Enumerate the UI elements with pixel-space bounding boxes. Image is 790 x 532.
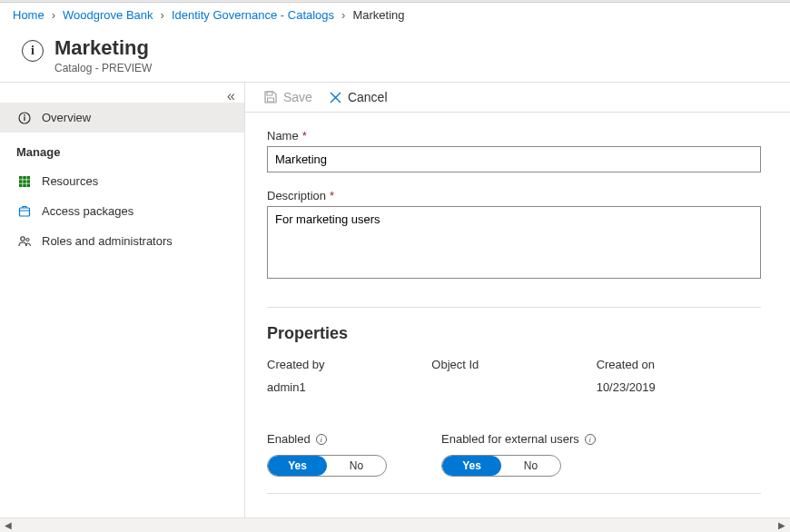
enabled-no-option[interactable]: No	[327, 456, 386, 476]
sidebar-item-label: Resources	[42, 174, 98, 188]
svg-point-2	[24, 113, 25, 115]
description-input[interactable]: For marketing users	[267, 206, 761, 279]
sidebar-item-resources[interactable]: Resources	[0, 166, 244, 196]
svg-rect-11	[27, 183, 31, 187]
toolbar: Save Cancel	[245, 83, 790, 113]
svg-rect-12	[20, 208, 30, 216]
svg-rect-5	[27, 176, 31, 180]
sidebar-item-label: Access packages	[42, 204, 133, 218]
people-icon	[16, 235, 33, 248]
breadcrumb-org[interactable]: Woodgrove Bank	[63, 8, 153, 22]
created-on-value: 10/23/2019	[597, 380, 761, 394]
svg-point-13	[20, 236, 24, 240]
package-icon	[16, 205, 33, 218]
page-title: Marketing	[54, 36, 152, 60]
scroll-left-arrow[interactable]: ◀	[2, 519, 15, 532]
svg-rect-3	[19, 176, 23, 180]
divider	[267, 493, 761, 494]
svg-rect-8	[27, 180, 31, 183]
name-input[interactable]	[267, 146, 761, 172]
divider	[267, 307, 761, 308]
required-indicator: *	[330, 189, 334, 202]
breadcrumb-section[interactable]: Identity Governance - Catalogs	[172, 8, 334, 22]
name-label: Name*	[267, 129, 768, 143]
info-icon[interactable]: i	[585, 434, 596, 445]
enabled-external-no-option[interactable]: No	[501, 456, 560, 476]
enabled-external-label: Enabled for external users i	[441, 432, 596, 446]
info-icon[interactable]: i	[316, 434, 327, 445]
svg-point-14	[25, 238, 28, 241]
enabled-toggle[interactable]: Yes No	[267, 455, 387, 477]
svg-rect-4	[23, 176, 26, 180]
info-icon	[16, 112, 33, 124]
sidebar-heading-manage: Manage	[0, 133, 244, 166]
svg-rect-9	[19, 183, 23, 187]
properties-heading: Properties	[267, 324, 768, 343]
enabled-label: Enabled i	[267, 432, 387, 446]
enabled-yes-option[interactable]: Yes	[268, 456, 327, 476]
svg-rect-6	[19, 180, 23, 183]
sidebar-item-label: Overview	[42, 111, 91, 124]
chevron-right-icon: ›	[341, 8, 345, 22]
collapse-sidebar-button[interactable]: «	[227, 88, 235, 104]
sidebar-item-label: Roles and administrators	[42, 234, 173, 248]
breadcrumb: Home › Woodgrove Bank › Identity Governa…	[0, 3, 790, 27]
breadcrumb-current: Marketing	[352, 8, 404, 22]
svg-rect-1	[24, 116, 25, 121]
svg-rect-16	[268, 98, 274, 102]
cancel-button[interactable]: Cancel	[329, 90, 388, 104]
sidebar-item-access-packages[interactable]: Access packages	[0, 196, 244, 226]
scroll-right-arrow[interactable]: ▶	[775, 519, 788, 532]
svg-rect-10	[23, 183, 26, 187]
created-on-label: Created on	[597, 358, 761, 371]
page-subtitle: Catalog - PREVIEW	[54, 62, 152, 74]
enabled-external-toggle[interactable]: Yes No	[441, 455, 561, 477]
save-button[interactable]: Save	[263, 90, 312, 104]
breadcrumb-home[interactable]: Home	[13, 8, 44, 22]
description-label: Description*	[267, 189, 768, 202]
created-by-value: admin1	[267, 380, 431, 394]
catalog-info-icon: i	[22, 40, 44, 62]
page-header: i Marketing Catalog - PREVIEW	[0, 27, 790, 82]
main-panel: Save Cancel Name* Description* For ma	[245, 83, 790, 532]
horizontal-scrollbar[interactable]: ◀ ▶	[0, 517, 790, 532]
sidebar-item-roles-admins[interactable]: Roles and administrators	[0, 226, 244, 256]
grid-icon	[16, 175, 33, 188]
chevron-right-icon: ›	[52, 8, 55, 22]
svg-rect-7	[23, 180, 26, 183]
sidebar: « Overview Manage Resources Access packa…	[0, 83, 245, 532]
enabled-external-yes-option[interactable]: Yes	[442, 456, 501, 476]
chevron-right-icon: ›	[161, 8, 164, 22]
close-icon	[329, 91, 342, 104]
created-by-label: Created by	[267, 358, 431, 371]
save-button-label: Save	[283, 90, 312, 104]
sidebar-item-overview[interactable]: Overview	[0, 103, 244, 133]
cancel-button-label: Cancel	[348, 90, 388, 104]
required-indicator: *	[302, 129, 307, 143]
save-icon	[263, 90, 278, 104]
object-id-label: Object Id	[431, 358, 596, 371]
